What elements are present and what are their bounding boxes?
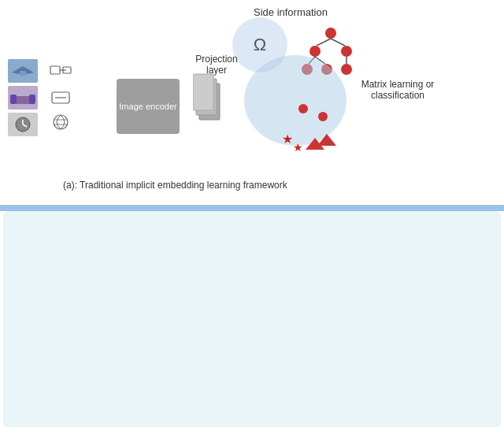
svg-point-35: [54, 115, 68, 129]
svg-rect-30: [50, 66, 60, 74]
svg-point-17: [341, 64, 352, 75]
svg-line-18: [317, 39, 331, 46]
svg-rect-26: [29, 95, 35, 104]
matrix-learning-label: Matrix learning or classification: [354, 79, 441, 101]
icon-cluster-1: [49, 65, 72, 88]
image-encoder-top-label: Image encoder: [119, 102, 176, 111]
wiki-icon: Ω: [254, 35, 266, 55]
top-section: Side information Ω: [0, 0, 504, 205]
svg-text:★: ★: [282, 132, 293, 146]
svg-rect-23: [20, 71, 26, 76]
svg-line-19: [331, 39, 345, 46]
svg-marker-44: [317, 134, 336, 146]
svg-point-12: [325, 28, 336, 39]
projection-stack: [193, 69, 226, 128]
clock-thumbnail: [8, 113, 38, 136]
couch-thumbnail: [8, 86, 38, 110]
svg-point-41: [298, 104, 308, 113]
caption-a: (a): Traditional implicit embedding lear…: [63, 180, 287, 191]
svg-rect-25: [10, 95, 17, 104]
svg-rect-40: [193, 74, 213, 110]
scatter-dots: ★ ★: [260, 95, 346, 161]
bottom-section: (b): Our explicit vision-language alignm…: [3, 211, 501, 427]
small-images-top: [8, 59, 38, 139]
svg-point-13: [309, 46, 321, 57]
section-divider: [0, 205, 504, 211]
icon-cluster-2: [49, 88, 72, 112]
svg-point-42: [318, 112, 328, 121]
airplane-thumbnail: [8, 59, 38, 83]
image-encoder-top: Image encoder: [117, 79, 180, 134]
svg-text:★: ★: [293, 141, 303, 154]
svg-point-14: [341, 46, 352, 57]
icon-cluster-3: [49, 112, 72, 136]
side-info-label: Side information: [254, 6, 328, 18]
main-container: Side information Ω: [0, 0, 504, 427]
